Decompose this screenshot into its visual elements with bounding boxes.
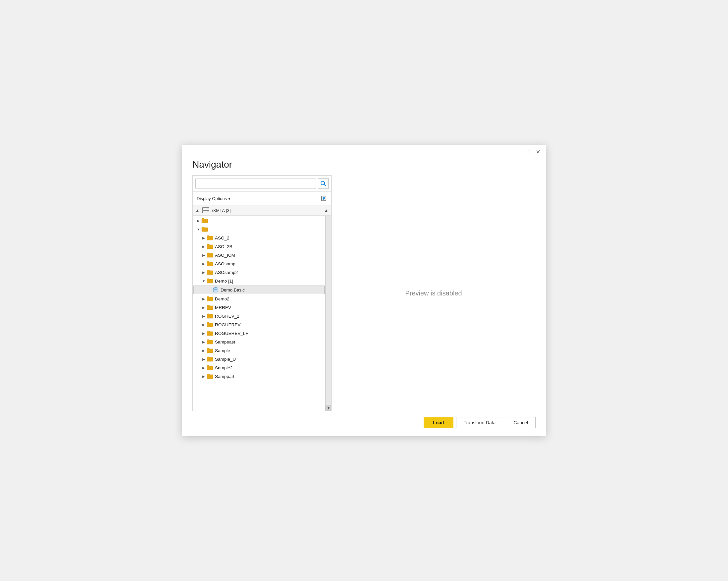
item-label: ASOsamp: [215, 261, 235, 266]
folder-icon: [207, 356, 213, 362]
minimize-button[interactable]: □: [525, 148, 532, 155]
item-label: Demo [1]: [215, 279, 233, 283]
expand-icon: ▶: [201, 322, 207, 328]
server-icon: [202, 207, 209, 213]
item-label: MRREV: [215, 305, 231, 310]
search-input[interactable]: [196, 179, 316, 188]
navigator-dialog: □ ✕ Navigator Display Options: [182, 145, 546, 436]
item-label: Sample: [215, 348, 230, 353]
item-label: ROGUEREV_LF: [215, 331, 249, 336]
tree-container: ▶ ▼: [193, 216, 325, 381]
item-label: Samppart: [215, 374, 234, 379]
refresh-icon: [321, 196, 327, 201]
right-panel: Preview is disabled: [332, 175, 536, 411]
expand-icon: ▶: [201, 244, 207, 249]
scroll-up-button[interactable]: ▲: [324, 207, 329, 213]
item-label: Sampeast: [215, 339, 235, 345]
list-item[interactable]: ▶: [193, 216, 325, 225]
expand-icon: ▶: [201, 356, 207, 362]
left-panel: Display Options ▾ ▲: [192, 175, 332, 411]
load-button[interactable]: Load: [424, 418, 453, 428]
item-label: ASO_2B: [215, 244, 233, 249]
folder-icon: [201, 218, 208, 223]
item-label: Sample2: [215, 365, 233, 370]
list-item[interactable]: ▶ Sample_U: [193, 355, 325, 363]
expand-icon: ▶: [201, 296, 207, 302]
expand-icon: ▶: [201, 373, 207, 379]
expand-icon: ▶: [201, 330, 207, 336]
close-button[interactable]: ✕: [534, 148, 542, 155]
title-bar-controls: □ ✕: [525, 148, 542, 155]
folder-icon: [207, 278, 213, 283]
svg-line-1: [324, 184, 326, 186]
dialog-footer: Load Transform Data Cancel: [182, 411, 546, 436]
expand-icon: ▶: [201, 348, 207, 353]
expand-icon: ▶: [201, 261, 207, 267]
list-item[interactable]: ▶ ASOsamp: [193, 259, 325, 268]
folder-icon: [207, 305, 213, 310]
list-item[interactable]: ▶ Sample2: [193, 363, 325, 372]
list-item[interactable]: ▶ ASOsamp2: [193, 268, 325, 277]
list-item[interactable]: ▼ Demo [1]: [193, 277, 325, 285]
expand-icon: ▶: [201, 304, 207, 310]
list-item[interactable]: ▶ ASO_2: [193, 233, 325, 242]
svg-point-8: [207, 208, 208, 209]
list-item[interactable]: ▶ ROGREV_2: [193, 312, 325, 320]
preview-disabled-text: Preview is disabled: [405, 289, 462, 297]
scroll-controls: ▼: [325, 216, 331, 411]
collapse-up-icon: ▲: [196, 208, 199, 213]
item-label: ASO_2: [215, 235, 230, 241]
display-options-label: Display Options: [197, 196, 227, 201]
search-row: [193, 176, 331, 192]
list-item[interactable]: Demo.Basic: [193, 285, 324, 294]
item-label: ASO_ICM: [215, 253, 235, 258]
search-button[interactable]: [318, 178, 329, 189]
list-item[interactable]: ▶ ROGUEREV_LF: [193, 329, 325, 337]
folder-icon: [207, 348, 213, 353]
list-item[interactable]: ▶ ROGUEREV: [193, 320, 325, 329]
item-label: ASOsamp2: [215, 270, 238, 275]
transform-data-button[interactable]: Transform Data: [456, 417, 503, 428]
list-item[interactable]: ▶ MRREV: [193, 303, 325, 312]
display-options-arrow: ▾: [228, 196, 231, 201]
list-item[interactable]: ▶ Samppart: [193, 372, 325, 381]
refresh-button[interactable]: [319, 194, 329, 203]
scroll-down-button[interactable]: ▼: [326, 405, 331, 411]
tree-header: ▲ /XMLA [3] ▲: [193, 205, 331, 216]
expand-icon: ▶: [201, 235, 207, 241]
expand-icon: ▼: [196, 226, 201, 232]
expand-icon: ▶: [201, 269, 207, 275]
tree-root-label: /XMLA [3]: [212, 208, 231, 213]
list-item[interactable]: ▶ Demo2: [193, 295, 325, 303]
expand-icon: ▶: [201, 365, 207, 371]
expand-icon: ▶: [201, 339, 207, 345]
item-label: Demo2: [215, 297, 230, 301]
item-label: Demo.Basic: [220, 287, 245, 293]
cancel-button[interactable]: Cancel: [506, 417, 536, 428]
folder-icon: [207, 296, 213, 301]
svg-point-9: [207, 211, 208, 212]
list-item[interactable]: ▶ Sampeast: [193, 337, 325, 346]
folder-icon: [207, 339, 213, 345]
cube-icon: [212, 287, 219, 293]
folder-icon: [207, 244, 213, 249]
folder-icon: [207, 313, 213, 319]
folder-icon: [207, 252, 213, 258]
display-options-button[interactable]: Display Options ▾: [196, 196, 232, 202]
dialog-title: Navigator: [182, 155, 546, 175]
expand-icon: ▼: [201, 278, 207, 284]
dialog-body: Display Options ▾ ▲: [182, 175, 546, 411]
folder-icon: [207, 270, 213, 275]
expand-icon: ▶: [201, 252, 207, 258]
list-item[interactable]: ▶ ASO_ICM: [193, 251, 325, 259]
search-icon: [320, 180, 326, 186]
expand-icon: ▶: [196, 218, 201, 224]
item-label: Sample_U: [215, 357, 236, 362]
list-item[interactable]: ▼: [193, 225, 325, 233]
folder-icon: [207, 322, 213, 327]
folder-icon: [207, 261, 213, 266]
folder-icon: [201, 227, 208, 232]
list-item[interactable]: ▶ Sample: [193, 346, 325, 355]
list-item[interactable]: ▶ ASO_2B: [193, 242, 325, 251]
tree-scroll[interactable]: ▶ ▼: [193, 216, 325, 411]
